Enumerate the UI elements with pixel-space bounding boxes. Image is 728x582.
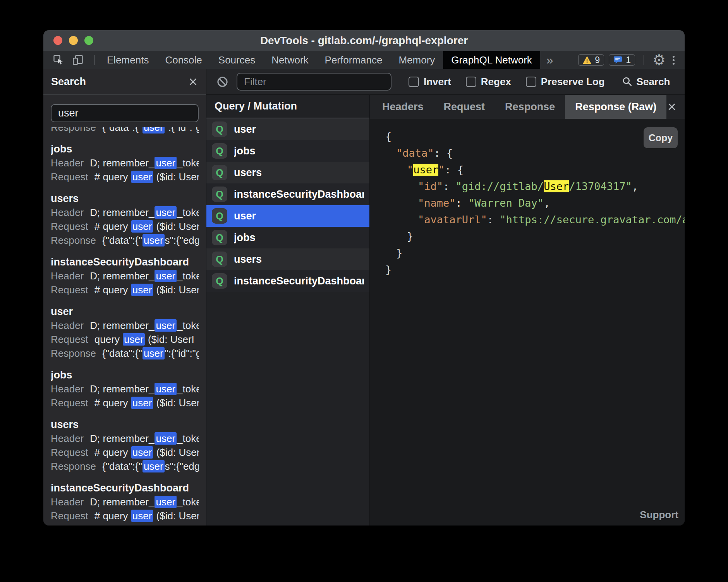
device-toolbar-icon[interactable] xyxy=(71,53,84,67)
search-result-line[interactable]: HeaderD; remember_user_token=e xyxy=(51,318,199,332)
search-result-line[interactable]: Request# query user ($id: UserI xyxy=(51,170,199,184)
search-result-section-title[interactable]: users xyxy=(51,192,199,205)
settings-gear-icon[interactable]: ⚙ xyxy=(652,53,666,67)
detail-tab-response-raw[interactable]: Response (Raw) xyxy=(565,95,666,119)
clear-log-icon[interactable] xyxy=(216,75,229,88)
devtools-tab-elements[interactable]: Elements xyxy=(99,51,157,69)
devtools-tabs: ElementsConsoleSourcesNetworkPerformance… xyxy=(99,51,540,69)
query-name: users xyxy=(234,253,262,265)
kebab-menu-icon[interactable] xyxy=(670,56,677,65)
search-result-line[interactable]: Request# query user ($id: UserI xyxy=(51,396,199,410)
query-list-item-user-4[interactable]: Quser xyxy=(206,205,369,227)
support-link[interactable]: Support xyxy=(640,509,678,521)
devtools-tab-performance[interactable]: Performance xyxy=(317,51,391,69)
search-match-highlight: user xyxy=(143,347,165,359)
devtools-tab-graphql-network[interactable]: GraphQL Network xyxy=(443,51,540,69)
json-line: } xyxy=(370,245,685,261)
search-result-line[interactable]: Response{"data":{"user":{"id":"gid xyxy=(51,127,199,134)
result-line-content: # query user ($id: UserI xyxy=(94,221,199,232)
search-result-section-title[interactable]: instanceSecurityDashboard xyxy=(51,481,199,495)
result-line-content: # query user ($id: UserI xyxy=(94,447,199,458)
search-result-line[interactable]: HeaderD; remember_user_token=e xyxy=(51,269,199,283)
query-type-badge: Q xyxy=(212,230,227,245)
detail-tab-request[interactable]: Request xyxy=(434,95,495,119)
devtools-tab-memory[interactable]: Memory xyxy=(390,51,443,69)
query-list-item-users-6[interactable]: Qusers xyxy=(206,248,369,270)
json-line: } xyxy=(370,261,685,278)
query-list-item-jobs-5[interactable]: Qjobs xyxy=(206,227,369,248)
query-name: users xyxy=(234,167,262,179)
result-line-content: {"data":{"user":{"id":"gid xyxy=(102,127,199,133)
query-list-item-instancesecuritydashboard-3[interactable]: QinstanceSecurityDashboard xyxy=(206,183,369,205)
search-match-highlight: user xyxy=(155,206,177,219)
detail-tab-headers[interactable]: Headers xyxy=(372,95,434,119)
search-result-section-title[interactable]: jobs xyxy=(51,368,199,382)
copy-button[interactable]: Copy xyxy=(644,127,678,148)
filter-options: InvertRegexPreserve Log xyxy=(409,76,605,88)
search-match-highlight: user xyxy=(155,319,177,332)
search-toggle[interactable]: Search xyxy=(622,76,670,88)
devtools-tab-sources[interactable]: Sources xyxy=(210,51,263,69)
query-type-badge: Q xyxy=(212,252,227,267)
query-list-item-instancesecuritydashboard-7[interactable]: QinstanceSecurityDashboard xyxy=(206,270,369,292)
result-line-content: D; remember_user_token=e xyxy=(90,157,199,169)
search-result-line[interactable]: Request# query user ($id: UserI xyxy=(51,445,199,459)
search-result-section-title[interactable]: user xyxy=(51,305,199,318)
query-list-item-users-2[interactable]: Qusers xyxy=(206,162,369,183)
warning-triangle-icon xyxy=(582,56,592,64)
close-detail-button[interactable] xyxy=(666,95,685,119)
search-result-line[interactable]: HeaderD; remember_user_token=e xyxy=(51,495,199,509)
result-line-label: Request xyxy=(51,221,88,232)
search-result-line[interactable]: Response{"data":{"users":{"edges xyxy=(51,459,199,473)
preserve-log-checkbox[interactable] xyxy=(526,77,536,87)
filter-toggle-regex[interactable]: Regex xyxy=(466,76,511,88)
close-window-button[interactable] xyxy=(53,36,62,45)
result-line-content: query user ($id: UserI xyxy=(94,334,194,345)
search-results-list: Response{"data":{"user":{"id":"gidjobsHe… xyxy=(43,127,206,526)
issues-badge[interactable]: 1 xyxy=(609,54,635,66)
search-input[interactable] xyxy=(51,104,199,122)
search-panel-title: Search xyxy=(51,76,86,88)
search-result-line[interactable]: HeaderD; remember_user_token=e xyxy=(51,156,199,170)
query-list-item-jobs-1[interactable]: Qjobs xyxy=(206,140,369,162)
search-result-section-title[interactable]: users xyxy=(51,418,199,431)
search-result-line[interactable]: Response{"data":{"user":{"id":"gid xyxy=(51,346,199,360)
minimize-window-button[interactable] xyxy=(69,36,78,45)
filter-input[interactable] xyxy=(237,73,391,91)
result-line-label: Response xyxy=(51,460,96,472)
more-tabs-chevron[interactable]: » xyxy=(540,51,560,69)
json-line: "id": "gid://gitlab/User/13704317", xyxy=(370,178,685,195)
zoom-window-button[interactable] xyxy=(84,36,93,45)
query-list-item-user-0[interactable]: Quser xyxy=(206,118,369,140)
search-match-highlight: user xyxy=(131,397,153,409)
search-result-line[interactable]: HeaderD; remember_user_token=e xyxy=(51,205,199,219)
devtools-tab-network[interactable]: Network xyxy=(263,51,316,69)
inspect-element-icon[interactable] xyxy=(52,53,65,67)
issues-count: 1 xyxy=(626,55,631,65)
regex-checkbox[interactable] xyxy=(466,77,476,87)
result-line-content: D; remember_user_token=e xyxy=(90,270,199,282)
filter-toggle-invert[interactable]: Invert xyxy=(409,76,451,88)
search-result-line[interactable]: Requestquery user ($id: UserI xyxy=(51,332,199,346)
result-line-content: D; remember_user_token=e xyxy=(90,433,199,444)
close-search-panel-button[interactable] xyxy=(188,77,198,87)
query-type-badge: Q xyxy=(212,143,227,159)
devtools-tab-console[interactable]: Console xyxy=(157,51,210,69)
result-line-content: {"data":{"user":{"id":"gid xyxy=(102,347,199,359)
search-match-highlight: user xyxy=(131,171,153,183)
search-result-line[interactable]: HeaderD; remember_user_token=e xyxy=(51,382,199,396)
search-result-line[interactable]: Response{"data":{"users":{"edges xyxy=(51,233,199,247)
warnings-count: 9 xyxy=(595,55,600,65)
search-match-highlight: user xyxy=(155,270,177,282)
search-result-section-title[interactable]: instanceSecurityDashboard xyxy=(51,255,199,269)
detail-tab-response[interactable]: Response xyxy=(495,95,565,119)
warnings-badge[interactable]: 9 xyxy=(578,54,604,66)
search-result-line[interactable]: Request# query user ($id: UserI xyxy=(51,219,199,233)
invert-checkbox[interactable] xyxy=(409,77,419,87)
search-result-section-title[interactable]: jobs xyxy=(51,142,199,156)
search-result-line[interactable]: HeaderD; remember_user_token=e xyxy=(51,431,199,445)
search-result-line[interactable]: Request# query user ($id: UserI xyxy=(51,283,199,297)
result-line-label: Request xyxy=(51,397,88,409)
search-result-line[interactable]: Request# query user ($id: UserI xyxy=(51,509,199,523)
filter-toggle-preserve-log[interactable]: Preserve Log xyxy=(526,76,605,88)
